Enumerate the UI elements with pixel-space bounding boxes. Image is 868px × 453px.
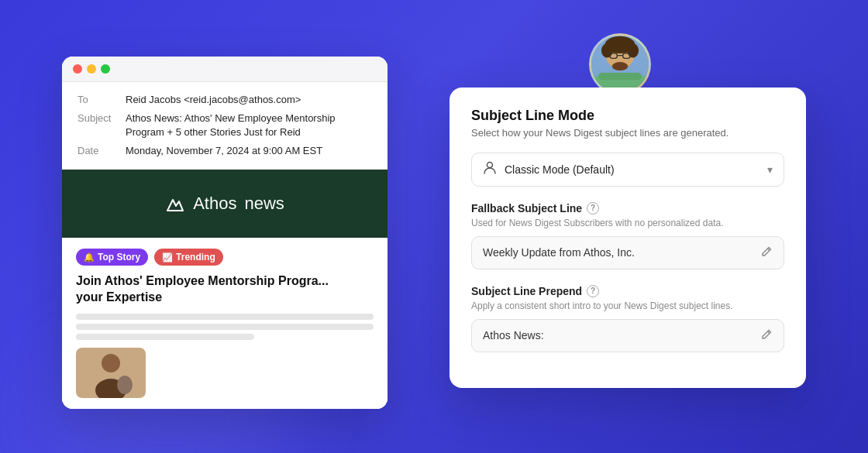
top-story-badge: 🔔 Top Story [76,249,148,266]
subject-mode-value: Classic Mode (Default) [505,163,760,176]
close-dot[interactable] [73,64,82,74]
prepend-field: Athos News: [471,319,784,352]
fallback-section: Fallback Subject Line ? Used for News Di… [471,202,784,269]
subject-mode-dropdown[interactable]: Classic Mode (Default) ▾ [471,153,784,187]
article-bottom [76,348,374,398]
date-value: Monday, November 7, 2024 at 9:00 AM EST [126,144,322,158]
svg-point-7 [601,43,613,57]
panel-subtitle: Select how your News Digest subject line… [471,127,784,139]
athos-logo: Athos news [165,194,284,214]
email-card: To Reid Jacobs <reid.jacobs@athos.com> S… [62,57,388,409]
article-lines [76,314,374,340]
logo-text-athos: Athos [193,194,236,214]
svg-point-8 [627,43,639,57]
maximize-dot[interactable] [101,64,110,74]
subject-label: Subject [78,112,118,139]
article-title: Join Athos' Employee Mentorship Progra..… [76,273,374,306]
email-headers: To Reid Jacobs <reid.jacobs@athos.com> S… [62,82,388,170]
date-label: Date [78,144,118,158]
bell-icon: 🔔 [84,252,95,263]
fallback-description: Used for News Digest Subscribers with no… [471,218,784,228]
email-titlebar [62,57,388,82]
email-body: Athos news 🔔 Top Story 📈 Trending [62,170,388,409]
svg-rect-13 [598,72,642,79]
svg-point-3 [117,376,133,394]
panel-title: Subject Line Mode [471,108,784,124]
article-line-2 [76,324,374,330]
prepend-label: Subject Line Prepend [471,285,582,297]
trending-icon: 📈 [162,252,173,263]
svg-point-15 [487,162,493,167]
subject-value: Athos News: Athos' New Employee Mentorsh… [126,112,372,139]
logo-text-news: news [244,194,284,214]
svg-point-1 [102,354,120,372]
trending-badge: 📈 Trending [154,249,223,266]
chevron-down-icon: ▾ [767,163,773,176]
mode-icon [483,161,497,178]
fallback-value: Weekly Update from Athos, Inc. [483,246,760,259]
email-content: 🔔 Top Story 📈 Trending Join Athos' Emplo… [62,238,388,409]
email-banner: Athos news [62,170,388,238]
fallback-edit-icon[interactable] [760,245,773,260]
article-image [76,348,146,398]
prepend-description: Apply a consistent short intro to your N… [471,300,784,311]
avatar [589,33,651,95]
article-line-3 [76,334,254,340]
badge-row: 🔔 Top Story 📈 Trending [76,249,374,266]
to-value: Reid Jacobs <reid.jacobs@athos.com> [126,93,301,107]
prepend-edit-icon[interactable] [760,328,773,343]
top-story-label: Top Story [98,252,140,263]
fallback-field: Weekly Update from Athos, Inc. [471,236,784,269]
minimize-dot[interactable] [87,64,96,74]
trending-label: Trending [176,252,215,263]
to-label: To [78,93,118,107]
prepend-value: Athos News: [483,329,760,341]
avatar-face [591,36,649,93]
svg-point-14 [612,62,628,70]
article-line-1 [76,314,374,320]
prepend-section: Subject Line Prepend ? Apply a consisten… [471,285,784,352]
fallback-label: Fallback Subject Line [471,202,582,214]
prepend-help-icon[interactable]: ? [587,285,599,297]
settings-panel: Subject Line Mode Select how your News D… [450,88,806,388]
fallback-help-icon[interactable]: ? [587,202,599,214]
